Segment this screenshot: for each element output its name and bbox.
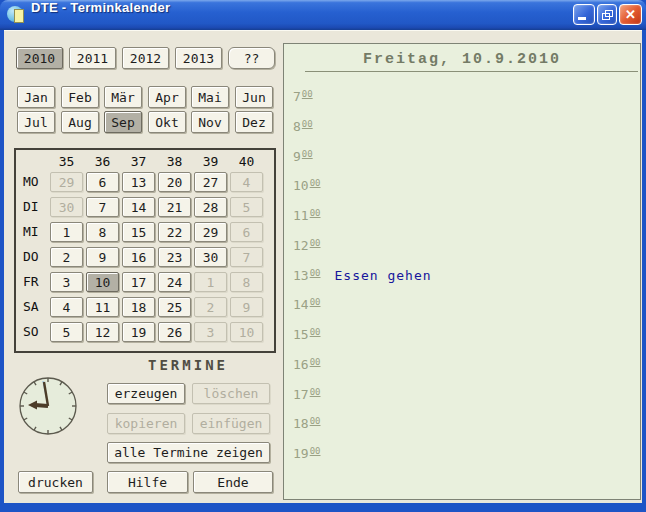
- month-button-okt[interactable]: Okt: [148, 111, 186, 133]
- weekday-label: DO: [23, 249, 49, 264]
- minute-label: 00: [310, 387, 321, 397]
- day-cell[interactable]: 8: [86, 222, 119, 242]
- minute-label: 00: [310, 208, 321, 218]
- hour-slot-13: 1300Essen gehen: [293, 268, 432, 283]
- main-content: 2010201120122013?? JanFebMärAprMaiJunJul…: [4, 30, 642, 503]
- month-button-sep[interactable]: Sep: [104, 111, 142, 133]
- close-icon: ✕: [625, 7, 636, 22]
- restore-button[interactable]: [597, 4, 617, 25]
- day-cell[interactable]: 3: [50, 272, 83, 292]
- year-button-2013[interactable]: 2013: [175, 47, 222, 69]
- hour-slot-18: 1800: [293, 416, 321, 431]
- month-button-mr[interactable]: Mär: [104, 86, 142, 108]
- day-cell[interactable]: 16: [122, 247, 155, 267]
- print-button[interactable]: drucken: [18, 471, 93, 493]
- day-cell[interactable]: 15: [122, 222, 155, 242]
- day-cell[interactable]: 27: [194, 172, 227, 192]
- day-cell[interactable]: 6: [86, 172, 119, 192]
- hour-label: 9: [293, 149, 301, 164]
- month-button-jan[interactable]: Jan: [17, 86, 55, 108]
- weekday-label: DI: [23, 199, 49, 214]
- day-cell[interactable]: 1: [50, 222, 83, 242]
- minimize-button[interactable]: [573, 4, 595, 25]
- month-button-mai[interactable]: Mai: [191, 86, 229, 108]
- day-cell[interactable]: 11: [86, 297, 119, 317]
- month-button-apr[interactable]: Apr: [148, 86, 186, 108]
- erzeugen-button[interactable]: erzeugen: [107, 383, 185, 404]
- analog-clock: [16, 374, 80, 438]
- week-number: 37: [122, 154, 155, 169]
- day-cell[interactable]: 30: [194, 247, 227, 267]
- hour-slot-17: 1700: [293, 387, 321, 402]
- day-cell[interactable]: 19: [122, 322, 155, 342]
- week-number: 39: [194, 154, 227, 169]
- day-cell: 8: [230, 272, 263, 292]
- title-bar[interactable]: DTE - Terminkalender ✕: [0, 0, 646, 30]
- minute-label: 00: [310, 446, 321, 456]
- day-cell[interactable]: 2: [50, 247, 83, 267]
- day-cell[interactable]: 7: [86, 197, 119, 217]
- minute-label: 00: [302, 149, 313, 159]
- restore-icon: [602, 10, 613, 20]
- app-icon: [7, 5, 27, 25]
- day-cell[interactable]: 28: [194, 197, 227, 217]
- day-cell: 10: [230, 322, 263, 342]
- day-cell[interactable]: 18: [122, 297, 155, 317]
- kopieren-button: kopieren: [107, 413, 185, 434]
- day-cell[interactable]: 22: [158, 222, 191, 242]
- month-button-aug[interactable]: Aug: [61, 111, 99, 133]
- day-cell[interactable]: 13: [122, 172, 155, 192]
- day-cell: 9: [230, 297, 263, 317]
- day-cell[interactable]: 14: [122, 197, 155, 217]
- day-cell: 4: [230, 172, 263, 192]
- hour-label: 12: [293, 238, 309, 253]
- day-cell[interactable]: 24: [158, 272, 191, 292]
- day-cell[interactable]: 23: [158, 247, 191, 267]
- minute-label: 00: [302, 89, 313, 99]
- hour-label: 15: [293, 327, 309, 342]
- day-cell[interactable]: 5: [50, 322, 83, 342]
- quit-button[interactable]: Ende: [193, 471, 273, 493]
- month-button-nov[interactable]: Nov: [191, 111, 229, 133]
- day-cell[interactable]: 29: [194, 222, 227, 242]
- year-button-2011[interactable]: 2011: [69, 47, 116, 69]
- month-button-feb[interactable]: Feb: [61, 86, 99, 108]
- appointment-entry[interactable]: Essen gehen: [335, 268, 432, 283]
- hour-label: 16: [293, 357, 309, 372]
- week-number: 38: [158, 154, 191, 169]
- day-cell: 3: [194, 322, 227, 342]
- day-cell: 5: [230, 197, 263, 217]
- month-button-jun[interactable]: Jun: [235, 86, 273, 108]
- hour-slot-14: 1400: [293, 297, 321, 312]
- hour-label: 13: [293, 268, 309, 283]
- day-cell[interactable]: 25: [158, 297, 191, 317]
- day-cell[interactable]: 21: [158, 197, 191, 217]
- day-cell[interactable]: 26: [158, 322, 191, 342]
- help-button[interactable]: Hilfe: [107, 471, 188, 493]
- close-button[interactable]: ✕: [619, 4, 642, 25]
- weekday-label: MI: [23, 224, 49, 239]
- day-cell[interactable]: 9: [86, 247, 119, 267]
- minute-label: 00: [310, 238, 321, 248]
- show-all-appointments-button[interactable]: alle Termine zeigen: [107, 442, 270, 463]
- minute-label: 00: [310, 327, 321, 337]
- day-cell[interactable]: 12: [86, 322, 119, 342]
- window-title: DTE - Terminkalender: [31, 0, 170, 30]
- year-button-2012[interactable]: 2012: [122, 47, 169, 69]
- day-cell-selected[interactable]: 10: [86, 272, 119, 292]
- day-cell: 6: [230, 222, 263, 242]
- year-button-other[interactable]: ??: [228, 47, 275, 69]
- hour-label: 14: [293, 297, 309, 312]
- minute-label: 00: [310, 416, 321, 426]
- hour-slot-8: 800: [293, 119, 313, 134]
- hour-label: 10: [293, 178, 309, 193]
- month-button-jul[interactable]: Jul: [17, 111, 55, 133]
- header-underline: [305, 71, 638, 72]
- day-cell: 2: [194, 297, 227, 317]
- day-cell[interactable]: 4: [50, 297, 83, 317]
- day-cell[interactable]: 17: [122, 272, 155, 292]
- year-button-2010[interactable]: 2010: [16, 47, 63, 69]
- week-number: 40: [230, 154, 263, 169]
- month-button-dez[interactable]: Dez: [235, 111, 273, 133]
- day-cell[interactable]: 20: [158, 172, 191, 192]
